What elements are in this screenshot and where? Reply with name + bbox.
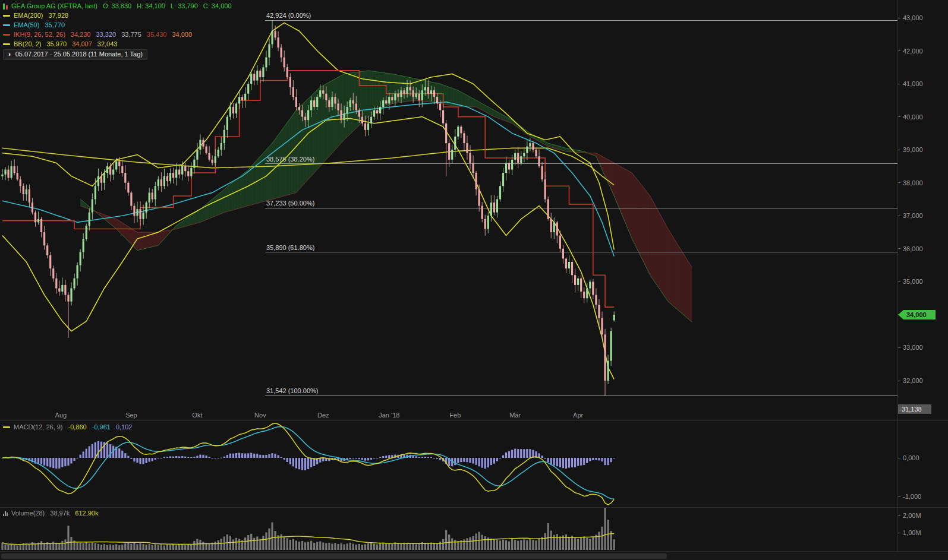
chart-canvas[interactable]: 42,924 (0.00%)38,576 (38.20%)37,233 (50.…: [0, 0, 948, 560]
price-tick-label: 40,000: [903, 113, 923, 121]
ema50-label: EMA(50): [14, 21, 39, 30]
price-tick-label: 41,000: [903, 80, 923, 87]
time-axis-label: Dez: [317, 412, 329, 419]
ema50-line-icon: [3, 24, 10, 26]
legend-ema200[interactable]: EMA(200) 37,928: [3, 11, 232, 20]
legend-volume[interactable]: Volume(28) 38,97k 612,90k: [3, 509, 98, 518]
ema50-value: 35,770: [45, 21, 65, 30]
macd-label: MACD(12, 26, 9): [14, 423, 63, 432]
fib-label: 35,890 (61.80%): [266, 244, 314, 251]
high-value: H: 34,100: [137, 2, 165, 11]
legend-macd[interactable]: MACD(12, 26, 9) -0,860 -0,961 0,102: [3, 423, 132, 432]
ema200-line-icon: [3, 15, 10, 17]
ikh-chikou-value: 34,000: [172, 30, 192, 39]
ikh-tenkan-value: 34,230: [71, 30, 91, 39]
legend-ema50[interactable]: EMA(50) 35,770: [3, 21, 232, 30]
time-axis-label: Mär: [509, 412, 521, 419]
fib-label: 42,924 (0.00%): [266, 12, 311, 19]
trading-chart-window: 42,924 (0.00%)38,576 (38.20%)37,233 (50.…: [0, 0, 948, 560]
bb-line-icon: [3, 43, 10, 45]
time-axis-label: Sep: [125, 412, 137, 419]
legend-date-range-row: ◗ 05.07.2017 - 25.05.2018 (11 Monate, 1 …: [3, 49, 232, 58]
macd-pane-legend: MACD(12, 26, 9) -0,860 -0,961 0,102: [3, 423, 132, 432]
volume-tick-label: 2,00M: [903, 512, 921, 519]
ikh-line-icon: [3, 34, 10, 36]
ikh-kijun-value: 33,320: [96, 30, 116, 39]
time-axis-label: Jan '18: [379, 412, 399, 419]
ikh-senkou-b-value: 35,430: [147, 30, 167, 39]
time-axis-label: Apr: [573, 412, 583, 419]
macd-tick-label: -1,000: [903, 493, 921, 500]
price-tick-label: 33,000: [903, 344, 923, 351]
time-axis-label: Feb: [449, 412, 461, 419]
price-tick-label: 39,000: [903, 146, 923, 153]
macd-signal-value: -0,961: [92, 423, 111, 432]
fib-label: 38,576 (38.20%): [266, 156, 314, 163]
macd-value: -0,860: [68, 423, 87, 432]
price-tick-label: 35,000: [903, 278, 923, 285]
price-tick-label: 36,000: [903, 245, 923, 252]
macd-line-icon: [3, 426, 10, 428]
ikh-label: IKH(9, 26, 52, 26): [14, 30, 65, 39]
close-value: C: 34,000: [203, 2, 232, 11]
date-range-text: 05.07.2017 - 25.05.2018 (11 Monate, 1 Ta…: [15, 50, 143, 59]
low-value: L: 33,790: [171, 2, 198, 11]
price-tick-label: 37,000: [903, 212, 923, 219]
candlestick-icon: [3, 4, 8, 10]
price-pane-legend: GEA Group AG (XETRA, last) O: 33,830 H: …: [3, 2, 232, 59]
bb-label: BB(20, 2): [14, 40, 41, 49]
svg-text:31,138: 31,138: [902, 406, 922, 413]
ikh-senkou-a-value: 33,775: [121, 30, 141, 39]
fib-label: 31,542 (100.00%): [266, 387, 318, 394]
instrument-title: GEA Group AG (XETRA, last): [11, 2, 97, 11]
volume-tick-label: 1,00M: [903, 529, 921, 536]
ema200-value: 37,928: [49, 11, 69, 20]
fib-label: 37,233 (50.00%): [266, 200, 314, 207]
macd-tick-label: 0,000: [903, 454, 919, 461]
volume-bars-icon: [3, 511, 8, 516]
legend-ikh[interactable]: IKH(9, 26, 52, 26) 34,230 33,320 33,775 …: [3, 30, 232, 39]
open-value: O: 33,830: [103, 2, 131, 11]
price-tick-label: 32,000: [903, 377, 923, 384]
bb-upper-value: 35,970: [46, 40, 67, 49]
time-axis-label: Aug: [55, 412, 67, 419]
bb-lower-value: 32,043: [97, 40, 118, 49]
svg-text:34,000: 34,000: [906, 311, 927, 318]
date-range-chip[interactable]: ◗ 05.07.2017 - 25.05.2018 (11 Monate, 1 …: [3, 49, 147, 60]
legend-bb[interactable]: BB(20, 2) 35,970 34,007 32,043: [3, 40, 232, 49]
price-tick-label: 42,000: [903, 48, 923, 55]
time-axis-label: Nov: [254, 412, 266, 419]
volume-pane-legend: Volume(28) 38,97k 612,90k: [3, 509, 98, 518]
clock-icon: ◗: [8, 50, 12, 59]
h-scrollbar-handle[interactable]: [1, 553, 667, 559]
time-axis-label: Okt: [192, 412, 202, 419]
bb-middle-value: 34,007: [72, 40, 92, 49]
macd-hist-value: 0,102: [116, 423, 133, 432]
legend-instrument[interactable]: GEA Group AG (XETRA, last) O: 33,830 H: …: [3, 2, 232, 11]
price-tick-label: 38,000: [903, 179, 923, 186]
volume-current-value: 612,90k: [75, 509, 98, 518]
volume-min-value: 38,97k: [50, 509, 70, 518]
ema200-label: EMA(200): [14, 11, 43, 20]
volume-label: Volume(28): [11, 509, 45, 518]
price-tick-label: 43,000: [903, 14, 923, 21]
